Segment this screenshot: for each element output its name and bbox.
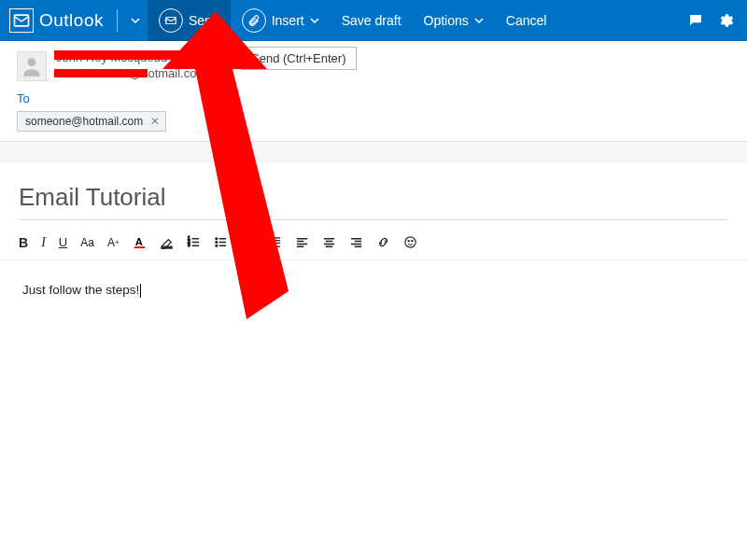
recipient-address: someone@hotmail.com — [25, 115, 143, 128]
recipient-chip-row[interactable]: someone@hotmail.com ✕ — [17, 111, 730, 132]
recipient-chip[interactable]: someone@hotmail.com ✕ — [17, 111, 166, 132]
chat-button[interactable] — [678, 0, 713, 41]
chevron-down-icon — [310, 16, 319, 25]
app-menu-dropdown[interactable] — [123, 0, 148, 41]
chat-icon — [687, 12, 704, 29]
options-button[interactable]: Options — [413, 0, 495, 41]
attachment-icon — [242, 8, 266, 33]
svg-rect-5 — [161, 246, 171, 248]
insert-label: Insert — [272, 13, 304, 28]
cancel-label: Cancel — [506, 13, 547, 28]
chevron-down-icon — [131, 16, 140, 25]
align-left-button[interactable] — [295, 235, 309, 249]
font-color-button[interactable]: A — [133, 235, 147, 249]
link-button[interactable] — [376, 235, 390, 249]
send-icon — [159, 8, 183, 33]
subject-section — [0, 162, 747, 230]
avatar — [17, 51, 47, 81]
font-size-button[interactable]: A+ — [107, 236, 120, 249]
align-right-button[interactable] — [349, 235, 363, 249]
person-icon — [20, 54, 44, 78]
redaction-bar — [54, 50, 183, 60]
gear-icon — [717, 12, 734, 29]
save-draft-label: Save draft — [342, 13, 402, 28]
svg-point-13 — [408, 241, 409, 242]
settings-button[interactable] — [713, 0, 747, 41]
to-section: To someone@hotmail.com ✕ — [0, 90, 747, 142]
save-draft-button[interactable]: Save draft — [331, 0, 413, 41]
bullet-list-button[interactable] — [214, 235, 228, 249]
font-family-button[interactable]: Aa — [80, 236, 94, 249]
svg-point-9 — [215, 238, 217, 240]
svg-text:3: 3 — [188, 243, 190, 247]
send-button[interactable]: Send — [148, 0, 231, 41]
cancel-button[interactable]: Cancel — [495, 0, 558, 41]
app-toolbar: Outlook Send Insert Save draft Options C… — [0, 0, 747, 41]
svg-point-2 — [28, 58, 36, 66]
message-body[interactable]: Just follow the steps! — [0, 260, 747, 320]
svg-point-12 — [404, 237, 415, 247]
bold-button[interactable]: B — [19, 235, 28, 250]
section-gap — [0, 142, 747, 162]
redaction-bar — [56, 69, 67, 77]
outdent-button[interactable] — [241, 235, 255, 249]
svg-point-11 — [215, 245, 217, 247]
svg-text:A: A — [134, 237, 142, 248]
body-text: Just follow the steps! — [22, 283, 139, 297]
indent-button[interactable] — [268, 235, 282, 249]
subject-input[interactable] — [19, 179, 728, 220]
options-label: Options — [424, 13, 469, 28]
insert-button[interactable]: Insert — [231, 0, 331, 41]
align-center-button[interactable] — [322, 235, 336, 249]
svg-rect-4 — [134, 246, 144, 248]
redaction-bar — [54, 69, 148, 77]
app-logo[interactable]: Outlook — [0, 0, 111, 41]
toolbar-divider — [117, 9, 118, 32]
outlook-logo-icon — [9, 8, 34, 33]
from-section: John Rey Mosqueda xxxxxxxxxxxx@hotmail.c… — [0, 41, 747, 90]
numbered-list-button[interactable]: 123 — [187, 235, 201, 249]
format-toolbar: B I U Aa A+ A 123 — [0, 230, 747, 260]
underline-button[interactable]: U — [59, 235, 67, 249]
chevron-down-icon — [474, 16, 484, 25]
emoji-button[interactable] — [403, 235, 417, 249]
app-name: Outlook — [39, 10, 104, 31]
italic-button[interactable]: I — [41, 235, 46, 250]
send-label: Send — [189, 13, 219, 28]
svg-point-14 — [411, 241, 412, 242]
remove-recipient-icon[interactable]: ✕ — [150, 115, 160, 128]
highlight-button[interactable] — [160, 235, 174, 249]
text-cursor — [140, 284, 141, 298]
svg-point-10 — [215, 242, 217, 244]
to-label[interactable]: To — [17, 91, 30, 105]
